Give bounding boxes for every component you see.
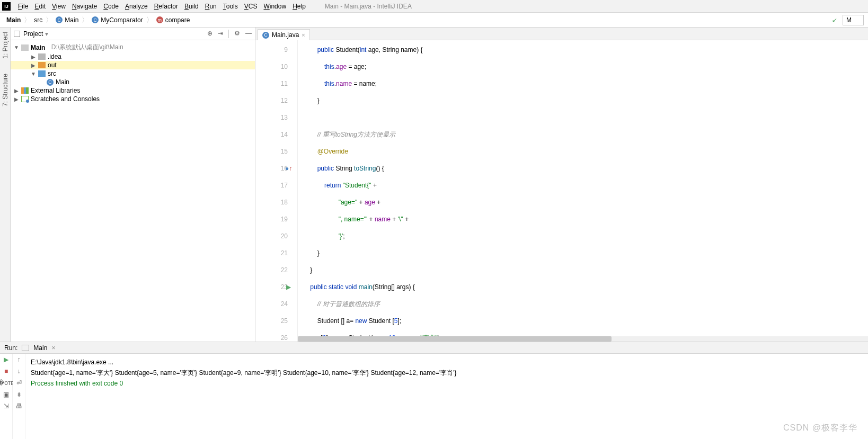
down-icon[interactable]: ↓ [17,368,21,375]
run-side-toolbar-1: ▶ ■ �отв ▣ ⇲ [0,354,13,439]
menu-window[interactable]: Window [260,2,289,11]
search-box[interactable]: M [843,15,864,25]
libraries-icon [21,87,29,94]
code-editor[interactable]: 910111213141516●↑17181920212223▶242526 p… [255,40,868,342]
class-icon: C [47,79,54,86]
tree-item-src[interactable]: ▼src [11,69,255,78]
breadcrumb-main[interactable]: CMain [54,15,81,25]
run-tool-window: Run: Main × ▶ ■ �отв ▣ ⇲ ↑ ↓ ⏎ ⇟ 🖶 E:\Ja… [0,342,868,439]
editor-tabs: C Main.java × [255,28,868,40]
left-tool-strip: 1: Project 7: Structure [0,28,11,342]
stop-icon[interactable]: ■ [4,368,8,375]
back-forward-icon[interactable]: ↙ [832,16,837,24]
class-icon: C [262,32,269,39]
tool-tab-structure[interactable]: 7: Structure [1,71,10,109]
src-folder-icon [38,70,46,77]
project-tree[interactable]: ▼ Main D:\系统默认\桌面\git\Main ▶.idea▶out▼sr… [11,40,255,342]
project-panel-header: Project ▾ ⊕ ⇥ ⚙ — [11,28,255,40]
tree-item-label: Scratches and Consoles [31,95,100,103]
tree-item-.idea[interactable]: ▶.idea [11,52,255,61]
breadcrumb-mycomparator[interactable]: CMyComparator [90,15,145,25]
watermark: CSDN @极客李华 [783,423,857,434]
breadcrumb-src[interactable]: src [32,15,45,25]
project-panel-title: Project ▾ [23,30,204,38]
menu-edit[interactable]: Edit [31,2,49,11]
menu-analyze[interactable]: Analyze [122,2,151,11]
pin-icon[interactable]: ⇲ [4,402,9,410]
tree-item-out[interactable]: ▶out [11,61,255,69]
breadcrumb-compare[interactable]: mcompare [154,15,192,25]
folder-icon [38,62,46,68]
console-line: Student{age=1, name='李大'} Student{age=5,… [31,368,863,378]
menu-tools[interactable]: Tools [220,2,241,11]
locate-icon[interactable]: ⊕ [207,30,212,38]
editor-h-scrollbar[interactable] [298,336,868,342]
tree-item-label: Main [56,78,69,86]
scroll-icon[interactable]: ⇟ [16,391,22,398]
tree-item-main[interactable]: CMain [11,78,255,86]
rerun-icon[interactable]: ▶ [4,356,8,363]
tree-root-path: D:\系统默认\桌面\git\Main [51,43,123,52]
run-gutter-icon[interactable]: ▶ [286,279,291,295]
print-icon[interactable]: 🖶 [16,402,22,410]
project-view-icon[interactable] [14,31,20,37]
code-content[interactable]: public Student(int age, String name) { t… [298,40,868,342]
menu-items: FileEditViewNavigateCodeAnalyzeRefactorB… [15,2,309,11]
window-title: Main - Main.java - IntelliJ IDEA [325,3,412,10]
tree-item-label: External Libraries [31,87,80,94]
breadcrumb: Main〉src〉CMain〉CMyComparator〉mcompare [4,15,192,25]
tree-root[interactable]: ▼ Main D:\系统默认\桌面\git\Main [11,42,255,52]
breadcrumb-main[interactable]: Main [4,15,23,25]
exit-icon[interactable]: �отв [0,379,14,387]
console-line: E:\Java\jdk1.8\bin\java.exe ... [31,357,863,368]
run-config-name: Main [33,344,47,352]
method-icon: m [156,16,163,23]
close-icon[interactable]: × [302,32,305,38]
nav-toolbar: ↙ M [832,15,864,25]
gear-icon[interactable]: ⚙ [234,30,240,38]
run-config-icon [22,345,29,351]
tree-item-label: src [48,70,56,77]
menu-build[interactable]: Build [181,2,202,11]
scrollbar-thumb[interactable] [298,336,612,342]
scratches-icon [21,96,29,102]
menu-file[interactable]: File [15,2,31,11]
menu-refactor[interactable]: Refactor [151,2,181,11]
editor-area: C Main.java × 910111213141516●↑171819202… [255,28,868,342]
intellij-logo-icon: IJ [2,2,11,11]
project-panel: Project ▾ ⊕ ⇥ ⚙ — ▼ Main D:\系统默认\桌面\git\… [11,28,255,342]
module-icon [21,44,29,51]
tree-root-label: Main [31,44,45,51]
search-text: M [846,16,852,24]
run-side-toolbar-2: ↑ ↓ ⏎ ⇟ 🖶 [13,354,25,439]
menu-code[interactable]: Code [100,2,122,11]
tab-label: Main.java [272,31,299,39]
menu-vcs[interactable]: VCS [241,2,261,11]
class-icon: C [92,16,99,23]
menu-bar: IJ FileEditViewNavigateCodeAnalyzeRefact… [0,0,868,13]
tree-item-scratches-and-consoles[interactable]: ▶Scratches and Consoles [11,95,255,103]
run-header: Run: Main × [0,342,868,354]
soft-wrap-icon[interactable]: ⏎ [16,379,22,387]
close-icon[interactable]: × [51,344,55,352]
line-gutter[interactable]: 910111213141516●↑17181920212223▶242526 [255,40,298,342]
override-gutter-icon[interactable]: ●↑ [285,160,292,177]
console-line: Process finished with exit code 0 [31,378,863,389]
tool-tab-project[interactable]: 1: Project [1,30,10,61]
run-title: Run: [4,344,17,352]
editor-tab-main[interactable]: C Main.java × [258,29,310,40]
class-icon: C [56,16,63,23]
main-area: 1: Project 7: Structure Project ▾ ⊕ ⇥ ⚙ … [0,28,868,342]
tree-item-label: out [48,61,57,69]
tree-item-external-libraries[interactable]: ▶External Libraries [11,86,255,95]
hide-icon[interactable]: — [245,30,252,38]
layout-icon[interactable]: ▣ [3,391,9,398]
folder-icon [38,53,46,60]
menu-run[interactable]: Run [202,2,220,11]
up-icon[interactable]: ↑ [17,356,21,363]
console-output[interactable]: E:\Java\jdk1.8\bin\java.exe ...Student{a… [25,354,868,439]
menu-help[interactable]: Help [289,2,309,11]
menu-view[interactable]: View [49,2,69,11]
collapse-icon[interactable]: ⇥ [218,30,223,38]
menu-navigate[interactable]: Navigate [69,2,100,11]
